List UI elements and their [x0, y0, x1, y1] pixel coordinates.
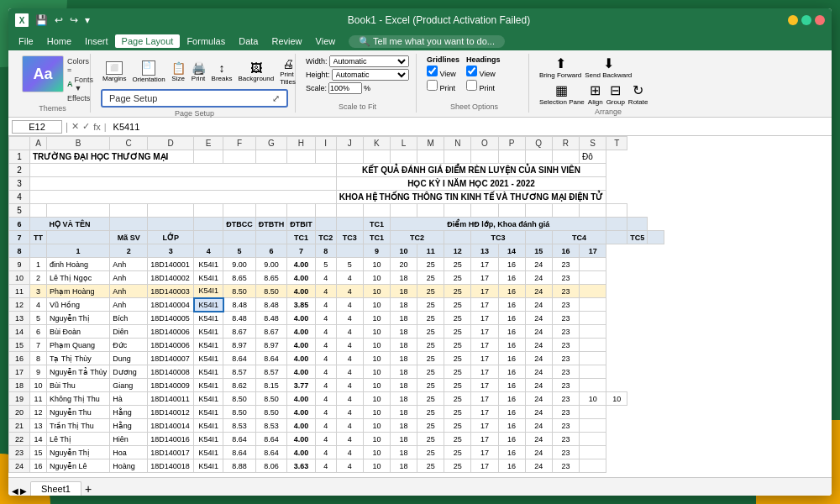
spreadsheet-cell[interactable]: 8.64 — [223, 433, 256, 446]
spreadsheet-cell[interactable] — [223, 150, 256, 164]
row-header[interactable]: 13 — [9, 312, 30, 325]
spreadsheet-cell[interactable]: 16 — [498, 433, 525, 446]
spreadsheet-cell[interactable]: 18D140003 — [148, 285, 194, 298]
spreadsheet-cell[interactable]: K54I1 — [194, 285, 223, 298]
spreadsheet-cell[interactable]: K54I1 — [194, 365, 223, 379]
spreadsheet-cell[interactable]: Anh — [110, 298, 148, 312]
spreadsheet-cell[interactable]: 16 — [498, 285, 525, 298]
spreadsheet-cell[interactable]: 24 — [525, 419, 552, 433]
row-header[interactable]: 2 — [9, 164, 30, 177]
spreadsheet-cell[interactable]: 4.00 — [287, 365, 316, 379]
spreadsheet-cell[interactable]: 8.50 — [255, 285, 287, 298]
spreadsheet-cell[interactable]: 4.00 — [287, 446, 316, 459]
spreadsheet-cell[interactable]: 25 — [444, 271, 471, 285]
spreadsheet-cell[interactable]: 25 — [444, 419, 471, 433]
spreadsheet-cell[interactable]: 16 — [498, 339, 525, 352]
page-setup-box[interactable]: Page Setup ⤢ — [101, 89, 288, 108]
spreadsheet-cell[interactable]: 12 — [30, 406, 47, 419]
spreadsheet-cell[interactable]: 18 — [390, 285, 417, 298]
col-header-r[interactable]: R — [552, 137, 579, 150]
spreadsheet-cell[interactable]: 10 — [363, 285, 390, 298]
col-header-q[interactable]: Q — [525, 137, 552, 150]
spreadsheet-cell[interactable]: 17 — [471, 339, 498, 352]
spreadsheet-cell[interactable]: 17 — [471, 298, 498, 312]
spreadsheet-cell[interactable]: 4 — [315, 379, 336, 392]
rotate-button[interactable]: ↻Rotate — [628, 82, 648, 106]
spreadsheet-cell[interactable] — [579, 419, 606, 433]
spreadsheet-cell[interactable] — [363, 150, 390, 164]
spreadsheet-cell[interactable] — [287, 204, 316, 218]
menu-page-layout[interactable]: Page Layout — [115, 34, 181, 48]
spreadsheet-cell[interactable]: 8.48 — [223, 298, 256, 312]
spreadsheet-cell[interactable]: 16 — [498, 446, 525, 459]
insert-function-button[interactable]: fx — [93, 122, 101, 132]
sheet-tab-sheet1[interactable]: Sheet1 — [30, 481, 81, 496]
spreadsheet-cell[interactable]: 23 — [552, 459, 579, 473]
col-header-p[interactable]: P — [498, 137, 525, 150]
row-header[interactable]: 22 — [9, 433, 30, 446]
spreadsheet-cell[interactable] — [194, 204, 223, 218]
spreadsheet-cell[interactable]: 16 — [498, 459, 525, 473]
spreadsheet-cell[interactable]: Hà — [110, 392, 148, 406]
spreadsheet-cell[interactable]: 4.00 — [287, 406, 316, 419]
spreadsheet-cell[interactable]: 23 — [552, 379, 579, 392]
spreadsheet-cell[interactable]: 4 — [315, 446, 336, 459]
spreadsheet-cell[interactable]: 24 — [525, 365, 552, 379]
spreadsheet-cell[interactable]: Đô — [579, 150, 606, 164]
spreadsheet-cell[interactable] — [579, 433, 606, 446]
spreadsheet-cell[interactable]: 23 — [552, 325, 579, 339]
spreadsheet-cell[interactable]: 4 — [315, 312, 336, 325]
spreadsheet-cell[interactable]: 10 — [363, 312, 390, 325]
spreadsheet-cell[interactable]: Lê Thị — [47, 433, 110, 446]
spreadsheet-cell[interactable]: 3.63 — [287, 459, 316, 473]
spreadsheet-cell[interactable] — [579, 379, 606, 392]
spreadsheet-cell[interactable]: 8.67 — [255, 325, 287, 339]
spreadsheet-cell[interactable]: 8.62 — [223, 379, 256, 392]
breaks-button[interactable]: ↕ Breaks — [210, 60, 234, 84]
spreadsheet-cell[interactable]: K54I1 — [194, 433, 223, 446]
spreadsheet-cell[interactable]: 10 — [363, 271, 390, 285]
spreadsheet-cell[interactable]: Trần Thị Thu — [47, 419, 110, 433]
page-setup-expand-icon[interactable]: ⤢ — [272, 93, 280, 104]
spreadsheet-cell[interactable]: 8.48 — [255, 298, 287, 312]
spreadsheet-cell[interactable]: 8.48 — [223, 312, 256, 325]
spreadsheet-cell[interactable]: 16 — [498, 258, 525, 271]
spreadsheet-cell[interactable] — [315, 150, 336, 164]
spreadsheet-cell[interactable]: 18 — [390, 312, 417, 325]
spreadsheet-cell[interactable]: 18 — [390, 298, 417, 312]
spreadsheet-cell[interactable]: 16 — [498, 365, 525, 379]
spreadsheet-cell[interactable]: 5 — [336, 258, 363, 271]
row-header[interactable]: 24 — [9, 459, 30, 473]
spreadsheet-cell[interactable]: 16 — [498, 352, 525, 365]
spreadsheet-cell[interactable] — [315, 204, 336, 218]
spreadsheet-cell[interactable]: 8.50 — [223, 406, 256, 419]
spreadsheet-cell[interactable]: 4.00 — [287, 352, 316, 365]
spreadsheet-cell[interactable]: 24 — [525, 352, 552, 365]
spreadsheet-cell[interactable]: 25 — [444, 433, 471, 446]
spreadsheet-cell[interactable]: 10 — [363, 365, 390, 379]
row-header[interactable]: 16 — [9, 352, 30, 365]
spreadsheet-cell[interactable]: 5 — [315, 258, 336, 271]
spreadsheet-cell[interactable]: 8.64 — [223, 446, 256, 459]
spreadsheet-cell[interactable]: Đức — [110, 339, 148, 352]
print-titles-button[interactable]: 🖨 Print Titles — [278, 55, 297, 87]
spreadsheet-cell[interactable]: 10 — [363, 379, 390, 392]
spreadsheet-cell[interactable]: 4.00 — [287, 419, 316, 433]
spreadsheet-cell[interactable]: Phạm Hoàng — [47, 285, 110, 298]
spreadsheet-cell[interactable]: 25 — [417, 459, 444, 473]
spreadsheet-cell[interactable]: K54I1 — [194, 258, 223, 271]
row-header[interactable]: 11 — [9, 285, 30, 298]
spreadsheet-cell[interactable]: 25 — [444, 392, 471, 406]
spreadsheet-cell[interactable]: 18D140005 — [148, 312, 194, 325]
spreadsheet-cell[interactable]: 25 — [444, 258, 471, 271]
spreadsheet-cell[interactable]: 17 — [471, 433, 498, 446]
spreadsheet-cell[interactable]: 18 — [390, 365, 417, 379]
spreadsheet-cell[interactable]: 4 — [315, 433, 336, 446]
col-header-f[interactable]: F — [223, 137, 256, 150]
spreadsheet-cell[interactable]: 13 — [30, 419, 47, 433]
spreadsheet-cell[interactable]: 10 — [363, 392, 390, 406]
spreadsheet-cell[interactable]: 23 — [552, 312, 579, 325]
spreadsheet-cell[interactable]: 10 — [363, 325, 390, 339]
spreadsheet-cell[interactable] — [336, 204, 363, 218]
effects-button[interactable]: Effects — [67, 94, 93, 102]
